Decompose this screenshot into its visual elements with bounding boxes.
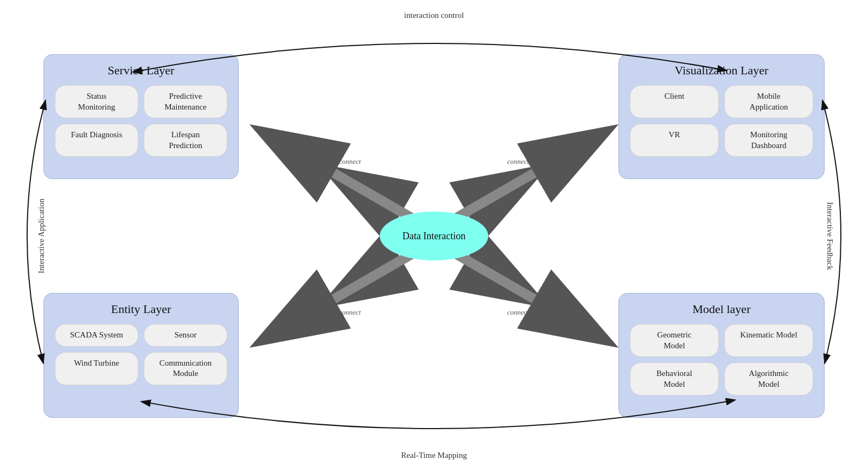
svg-line-7 — [450, 168, 542, 221]
entity-item-sensor: Sensor — [144, 324, 227, 347]
visualization-layer-title: Visualization Layer — [630, 63, 813, 78]
model-layer-title: Model layer — [630, 302, 813, 316]
svg-line-6 — [450, 168, 542, 221]
service-layer-title: Service Layer — [55, 63, 227, 78]
entity-item-communication-module: CommunicationModule — [144, 352, 227, 385]
visualization-layer-box: Visualization Layer Client MobileApplica… — [618, 54, 825, 179]
svg-line-5 — [326, 168, 418, 221]
entity-layer-title: Entity Layer — [55, 302, 227, 316]
svg-line-8 — [326, 251, 418, 304]
label-interaction-control: interaction control — [404, 11, 464, 20]
service-item-lifespan-prediction: LifespanPrediction — [144, 124, 227, 157]
entity-layer-box: Entity Layer SCADA System Sensor Wind Tu… — [43, 293, 239, 418]
model-item-behavioral: BehavioralModel — [630, 362, 719, 396]
central-label: Data Interaction — [403, 231, 465, 242]
svg-text:connect: connect — [507, 308, 529, 316]
visualization-layer-items: Client MobileApplication VR MonitoringDa… — [630, 85, 813, 157]
vis-item-vr: VR — [630, 124, 719, 157]
entity-item-scada: SCADA System — [55, 324, 138, 347]
label-interactive-feedback: Interactive Feedback — [825, 202, 834, 270]
svg-text:connect: connect — [339, 157, 361, 165]
central-ellipse: Data Interaction — [380, 212, 488, 260]
svg-text:connect: connect — [339, 308, 361, 316]
service-item-fault-diagnosis: Fault Diagnosis — [55, 124, 138, 157]
vis-item-monitoring-dashboard: MonitoringDashboard — [724, 124, 813, 157]
label-interactive-application: Interactive Application — [37, 199, 46, 273]
entity-layer-items: SCADA System Sensor Wind Turbine Communi… — [55, 324, 227, 385]
svg-line-11 — [450, 251, 542, 304]
diagram-container: interaction control Real-Time Mapping In… — [0, 0, 868, 472]
service-item-status-monitoring: StatusMonitoring — [55, 85, 138, 118]
vis-item-client: Client — [630, 85, 719, 118]
model-item-kinematic: Kinematic Model — [724, 324, 813, 357]
service-item-predictive-maintenance: PredictiveMaintenance — [144, 85, 227, 118]
model-item-algorithmic: AlgorithmicModel — [724, 362, 813, 396]
service-layer-box: Service Layer StatusMonitoring Predictiv… — [43, 54, 239, 179]
model-layer-items: GeometricModel Kinematic Model Behaviora… — [630, 324, 813, 396]
svg-text:connect: connect — [507, 157, 529, 165]
vis-item-mobile-application: MobileApplication — [724, 85, 813, 118]
model-item-geometric: GeometricModel — [630, 324, 719, 357]
svg-line-9 — [326, 251, 418, 304]
svg-line-10 — [450, 251, 542, 304]
entity-item-wind-turbine: Wind Turbine — [55, 352, 138, 385]
model-layer-box: Model layer GeometricModel Kinematic Mod… — [618, 293, 825, 418]
label-realtime-mapping: Real-Time Mapping — [401, 451, 467, 460]
svg-line-4 — [326, 168, 418, 221]
service-layer-items: StatusMonitoring PredictiveMaintenance F… — [55, 85, 227, 157]
